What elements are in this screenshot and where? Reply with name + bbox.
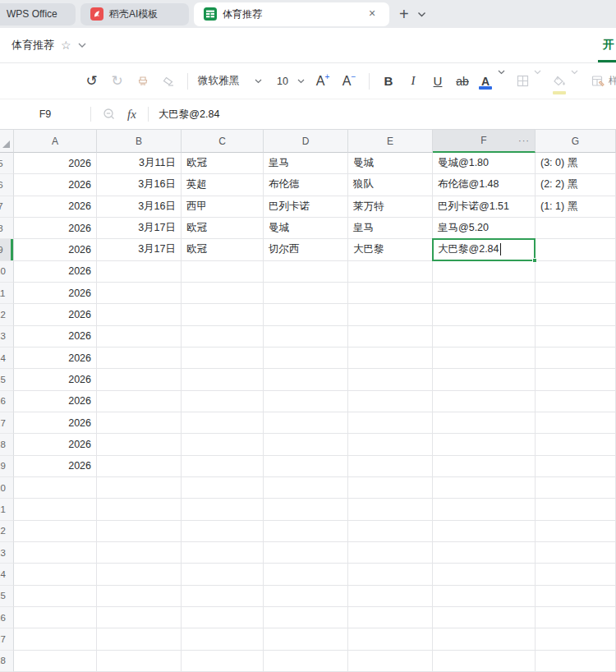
borders-icon[interactable]	[517, 70, 529, 93]
cell-A15[interactable]: 2026	[14, 369, 97, 390]
cell-G13[interactable]	[536, 326, 616, 348]
cell-E13[interactable]	[348, 326, 433, 348]
fill-color-dropdown-icon[interactable]	[571, 70, 578, 93]
cell-F16[interactable]	[433, 391, 536, 412]
cell-A6[interactable]: 2026	[14, 174, 97, 196]
cell-A26[interactable]	[14, 607, 97, 628]
cell-E23[interactable]	[348, 542, 433, 564]
row-header-9[interactable]: 9	[0, 239, 14, 260]
row-header-16[interactable]: 16	[0, 391, 14, 412]
cell-A5[interactable]: 2026	[14, 153, 97, 174]
cell-B28[interactable]	[97, 651, 182, 672]
cell-styles-label[interactable]: 样式	[609, 74, 616, 88]
cell-A11[interactable]: 2026	[14, 283, 97, 304]
cell-G21[interactable]	[536, 499, 616, 520]
cell-G14[interactable]	[536, 348, 616, 369]
cell-C17[interactable]	[182, 412, 264, 434]
tab-sheet-active[interactable]: 体育推荐 ×	[194, 2, 389, 26]
cell-B16[interactable]	[97, 391, 182, 412]
row-header-26[interactable]: 26	[0, 607, 14, 628]
cell-G28[interactable]	[536, 651, 616, 672]
cell-F6[interactable]: 布伦德@1.48	[433, 174, 536, 196]
cell-B5[interactable]: 3月11日	[97, 153, 182, 174]
cell-D17[interactable]	[264, 412, 348, 434]
column-header-D[interactable]: D	[264, 130, 348, 153]
favorite-star-icon[interactable]: ☆	[61, 39, 71, 52]
cell-G20[interactable]	[536, 477, 616, 499]
cell-F27[interactable]	[433, 628, 536, 650]
title-chevron-icon[interactable]	[78, 43, 86, 48]
cell-G9[interactable]	[536, 239, 616, 260]
fill-handle[interactable]	[532, 258, 537, 263]
cell-B8[interactable]: 3月17日	[97, 218, 182, 239]
cell-F7[interactable]: 巴列卡诺@1.51	[433, 196, 536, 218]
cell-C20[interactable]	[182, 477, 264, 499]
cell-C28[interactable]	[182, 651, 264, 672]
cell-B23[interactable]	[97, 542, 182, 564]
cell-B10[interactable]	[97, 261, 182, 283]
column-more-icon[interactable]: ···	[518, 136, 530, 145]
cell-G5[interactable]: (3: 0) 黑	[536, 153, 616, 174]
cell-A21[interactable]	[14, 499, 97, 520]
cell-C16[interactable]	[182, 391, 264, 412]
cell-F28[interactable]	[433, 651, 536, 672]
cell-A20[interactable]	[14, 477, 97, 499]
row-header-7[interactable]: 7	[0, 196, 14, 218]
cell-B20[interactable]	[97, 477, 182, 499]
cell-E8[interactable]: 皇马	[348, 218, 433, 239]
cell-C14[interactable]	[182, 348, 264, 369]
increase-font-button[interactable]: A+	[310, 70, 336, 93]
cell-B15[interactable]	[97, 369, 182, 390]
cell-C18[interactable]	[182, 434, 264, 455]
strikethrough-button[interactable]: ab	[450, 70, 475, 93]
row-header-19[interactable]: 19	[0, 456, 14, 477]
fx-icon[interactable]: fx	[127, 108, 136, 122]
cell-F21[interactable]	[433, 499, 536, 520]
cell-A24[interactable]	[14, 564, 97, 585]
cell-F25[interactable]	[433, 586, 536, 607]
cell-C26[interactable]	[182, 607, 264, 628]
cell-E28[interactable]	[348, 651, 433, 672]
cell-G24[interactable]	[536, 564, 616, 585]
cell-G10[interactable]	[536, 261, 616, 283]
cell-B6[interactable]: 3月16日	[97, 174, 182, 196]
tab-docer-template[interactable]: 稻壳AI模板	[80, 3, 189, 25]
italic-button[interactable]: I	[401, 70, 425, 93]
cell-A13[interactable]: 2026	[14, 326, 97, 348]
cell-F11[interactable]	[433, 283, 536, 304]
cell-D26[interactable]	[264, 607, 348, 628]
cell-A7[interactable]: 2026	[14, 196, 97, 218]
cell-D6[interactable]: 布伦德	[264, 174, 348, 196]
cell-G6[interactable]: (2: 2) 黑	[536, 174, 616, 196]
column-header-A[interactable]: A	[14, 130, 97, 153]
borders-dropdown-icon[interactable]	[534, 70, 541, 93]
cell-A23[interactable]	[14, 542, 97, 564]
cell-C10[interactable]	[182, 261, 264, 283]
bold-button[interactable]: B	[376, 70, 401, 93]
new-tab-button[interactable]: +	[399, 6, 409, 22]
cell-D21[interactable]	[264, 499, 348, 520]
cell-G22[interactable]	[536, 521, 616, 542]
cell-F17[interactable]	[433, 412, 536, 434]
cell-D23[interactable]	[264, 542, 348, 564]
cell-B17[interactable]	[97, 412, 182, 434]
font-size-select[interactable]: 10	[272, 70, 310, 93]
cell-D20[interactable]	[264, 477, 348, 499]
cell-F13[interactable]	[433, 326, 536, 348]
cell-A12[interactable]: 2026	[14, 304, 97, 325]
cell-F5[interactable]: 曼城@1.80	[433, 153, 536, 174]
redo-icon[interactable]: ↻	[104, 70, 130, 93]
cell-A19[interactable]: 2026	[14, 456, 97, 477]
cell-D22[interactable]	[264, 521, 348, 542]
cell-A27[interactable]	[14, 628, 97, 650]
cell-A10[interactable]: 2026	[14, 261, 97, 283]
fill-color-icon[interactable]	[553, 70, 566, 93]
column-header-B[interactable]: B	[97, 130, 182, 153]
undo-icon[interactable]: ↺	[79, 70, 104, 93]
cell-E22[interactable]	[348, 521, 433, 542]
format-painter-icon[interactable]	[130, 70, 155, 93]
cell-E21[interactable]	[348, 499, 433, 520]
cell-G27[interactable]	[536, 628, 616, 650]
cell-E14[interactable]	[348, 348, 433, 369]
row-header-25[interactable]: 25	[0, 586, 14, 607]
